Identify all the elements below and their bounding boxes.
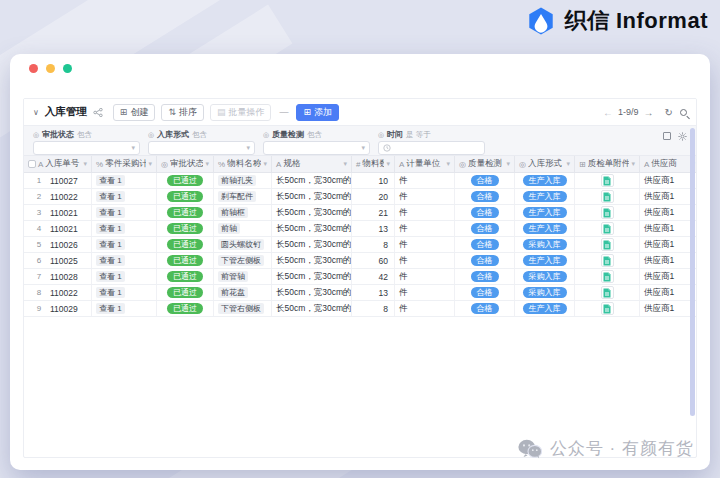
batch-actions-label: 批量操作 <box>228 106 264 119</box>
vertical-scrollbar[interactable] <box>690 128 695 416</box>
filter-select[interactable]: ▾ <box>33 141 140 155</box>
search-icon[interactable] <box>680 109 687 116</box>
table-row[interactable]: 6110025查看 1已通过下管左侧板长50cm，宽30cm的SYT60件合格生… <box>24 253 696 269</box>
row-number: 6 <box>28 256 50 265</box>
view-link-tag[interactable]: 查看 1 <box>96 239 125 250</box>
cell-qty: 42 <box>352 269 395 284</box>
select-all-checkbox[interactable] <box>28 160 36 168</box>
create-button[interactable]: ⊞ 创建 <box>113 104 156 121</box>
add-record-button[interactable]: ⊞ 添加 <box>296 104 339 121</box>
next-page-icon[interactable]: → <box>644 107 654 118</box>
column-label: 规格 <box>283 158 341 170</box>
material-link-tag[interactable]: 刹车配件 <box>218 191 256 202</box>
column-header-attachment[interactable]: ⊞质检单附件▾ <box>575 156 640 172</box>
material-link-tag[interactable]: 前轴孔夹 <box>218 175 256 186</box>
minimize-window-button[interactable] <box>46 64 55 73</box>
view-link-tag[interactable]: 查看 1 <box>96 223 125 234</box>
view-link-tag[interactable]: 查看 1 <box>96 287 125 298</box>
column-label: 质检单附件 <box>588 158 630 170</box>
cell-qty: 13 <box>352 221 395 236</box>
material-link-tag[interactable]: 下管右侧板 <box>218 303 264 314</box>
attachment-file-button[interactable] <box>601 190 614 203</box>
cell-qty: 10 <box>352 173 395 188</box>
cell-unit: 件 <box>395 189 455 204</box>
clock-icon <box>383 144 391 152</box>
column-header-quality[interactable]: ◎质量检测▾ <box>455 156 515 172</box>
attachment-file-button[interactable] <box>601 238 614 251</box>
refresh-icon[interactable]: ↻ <box>665 107 673 118</box>
material-link-tag[interactable]: 前花盘 <box>218 287 248 298</box>
chevron-down-icon[interactable]: ∨ <box>33 108 39 117</box>
status-badge: 采购入库 <box>523 271 567 282</box>
brand-logo: 织信 Informat <box>526 6 708 36</box>
attachment-file-button[interactable] <box>601 254 614 267</box>
expand-icon[interactable] <box>663 132 671 140</box>
table-row[interactable]: 8110022查看 1已通过前花盘长50cm，宽30cm的SYT13件合格采购入… <box>24 285 696 301</box>
view-link-tag[interactable]: 查看 1 <box>96 175 125 186</box>
column-header-order_no[interactable]: A入库单号▾ <box>24 156 92 172</box>
filter-select[interactable]: ▾ <box>148 141 255 155</box>
column-header-supplier[interactable]: A供应商▾ <box>640 156 697 172</box>
cell-order_no: 2110022 <box>24 189 92 204</box>
filter-field-name: 入库形式 <box>157 129 189 140</box>
cell-purchase_plan: 查看 1 <box>92 173 157 188</box>
filter-group-0: ◎审批状态包含▾ <box>33 129 140 155</box>
view-toolbar: ∨ 入库管理 ⊞ 创建 ⇅ 排序 ▤ 批量操作 — <box>24 99 696 126</box>
table-row[interactable]: 5110026查看 1已通过圆头螺纹钉长50cm，宽30cm的SYT8件合格采购… <box>24 237 696 253</box>
column-header-qty[interactable]: #物料数量▾ <box>352 156 395 172</box>
filter-date-input[interactable] <box>378 141 485 155</box>
sort-button[interactable]: ⇅ 排序 <box>161 104 204 121</box>
share-icon[interactable] <box>93 108 103 117</box>
attachment-file-button[interactable] <box>601 206 614 219</box>
view-link-tag[interactable]: 查看 1 <box>96 191 125 202</box>
view-link-tag[interactable]: 查看 1 <box>96 271 125 282</box>
row-number: 5 <box>28 240 50 249</box>
column-header-approval[interactable]: ◎审批状态▾ <box>157 156 214 172</box>
material-link-tag[interactable]: 圆头螺纹钉 <box>218 239 264 250</box>
material-link-tag[interactable]: 前管轴 <box>218 271 248 282</box>
column-header-material[interactable]: %物料名称▾ <box>214 156 272 172</box>
cell-entry_form: 采购入库 <box>515 285 575 300</box>
more-actions-button[interactable]: — <box>279 107 288 117</box>
view-link-tag[interactable]: 查看 1 <box>96 207 125 218</box>
prev-page-icon[interactable]: ← <box>603 107 613 118</box>
view-link-tag[interactable]: 查看 1 <box>96 255 125 266</box>
column-header-unit[interactable]: A计量单位▾ <box>395 156 455 172</box>
attachment-file-button[interactable] <box>601 174 614 187</box>
file-icon <box>603 176 611 186</box>
cell-qty: 21 <box>352 205 395 220</box>
column-header-entry_form[interactable]: ◎入库形式▾ <box>515 156 575 172</box>
gear-icon[interactable] <box>678 132 687 141</box>
chevron-down-icon: ▾ <box>148 160 152 168</box>
cell-entry_form: 生产入库 <box>515 205 575 220</box>
close-window-button[interactable] <box>29 64 38 73</box>
material-link-tag[interactable]: 下管左侧板 <box>218 255 264 266</box>
table-row[interactable]: 7110028查看 1已通过前管轴长50cm，宽30cm的SYT42件合格采购入… <box>24 269 696 285</box>
attachment-file-button[interactable] <box>601 302 614 315</box>
attachment-file-button[interactable] <box>601 286 614 299</box>
column-header-purchase_plan[interactable]: %零件采购计划▾ <box>92 156 157 172</box>
file-icon <box>603 288 611 298</box>
cell-material: 下管右侧板 <box>214 301 272 316</box>
cell-material: 前轴框 <box>214 205 272 220</box>
cell-qty: 13 <box>352 285 395 300</box>
order-number-value: 110026 <box>50 240 78 250</box>
batch-actions-button[interactable]: ▤ 批量操作 <box>210 104 272 121</box>
field-type-icon: A <box>276 160 281 169</box>
table-row[interactable]: 9110029查看 1已通过下管右侧板长50cm，宽30cm的SYT8件合格生产… <box>24 301 696 317</box>
view-link-tag[interactable]: 查看 1 <box>96 303 125 314</box>
table-row[interactable]: 1110027查看 1已通过前轴孔夹长50cm，宽30cm的SYT10件合格生产… <box>24 173 696 189</box>
table-row[interactable]: 2110022查看 1已通过刹车配件长50cm，宽30cm的SYT20件合格生产… <box>24 189 696 205</box>
cell-entry_form: 生产入库 <box>515 221 575 236</box>
cell-purchase_plan: 查看 1 <box>92 237 157 252</box>
table-row[interactable]: 4110021查看 1已通过前轴长50cm，宽30cm的SYT13件合格生产入库… <box>24 221 696 237</box>
attachment-file-button[interactable] <box>601 222 614 235</box>
table-row[interactable]: 3110021查看 1已通过前轴框长50cm，宽30cm的SYT21件合格生产入… <box>24 205 696 221</box>
material-link-tag[interactable]: 前轴 <box>218 223 240 234</box>
cell-spec: 长50cm，宽30cm的SYT <box>272 237 352 252</box>
material-link-tag[interactable]: 前轴框 <box>218 207 248 218</box>
filter-select[interactable]: ▾ <box>263 141 370 155</box>
maximize-window-button[interactable] <box>63 64 72 73</box>
attachment-file-button[interactable] <box>601 270 614 283</box>
column-header-spec[interactable]: A规格▾ <box>272 156 352 172</box>
